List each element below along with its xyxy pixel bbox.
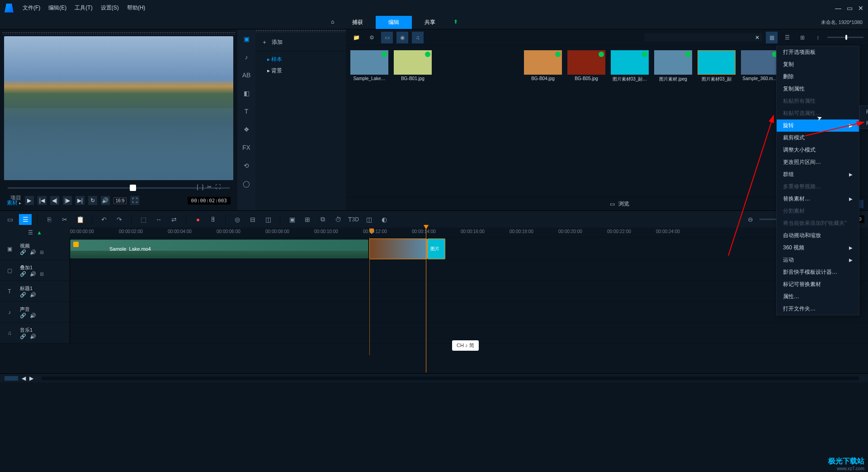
track-body[interactable] xyxy=(70,260,868,281)
filter-photo-icon[interactable]: ◉ xyxy=(396,32,408,43)
thumbnail[interactable] xyxy=(698,50,736,75)
share-tab[interactable]: 共享 xyxy=(412,16,448,29)
menu-tools[interactable]: 工具(T) xyxy=(75,4,92,12)
undo-icon[interactable]: ↶ xyxy=(98,214,110,225)
mark-in-icon[interactable]: [ xyxy=(197,184,198,190)
zoom-out-icon[interactable]: ⊖ xyxy=(744,214,757,225)
tool-b-icon[interactable]: ↔ xyxy=(152,214,165,225)
playhead[interactable] xyxy=(426,228,426,372)
browse-icon[interactable]: ▭ xyxy=(610,201,615,207)
cut-icon[interactable]: ✂ xyxy=(207,184,212,190)
mute-icon[interactable]: 🔊 xyxy=(30,292,36,298)
audio-icon[interactable]: ♪ xyxy=(241,51,252,63)
expand-icon[interactable]: ⛶ xyxy=(215,184,221,190)
step-back-button[interactable]: ◀| xyxy=(50,196,59,205)
thumbnail[interactable] xyxy=(394,50,432,75)
track-body[interactable] xyxy=(70,302,868,322)
text-icon[interactable]: T xyxy=(241,105,252,117)
scroll-left-icon[interactable]: ◀ xyxy=(22,375,26,381)
menu-item[interactable]: 打开选项面板 xyxy=(777,46,859,58)
scrub-bar[interactable]: [ ] ✂ ⛶ xyxy=(8,184,230,193)
menu-edit[interactable]: 编辑(E) xyxy=(48,4,66,12)
pip-icon[interactable]: ▣ xyxy=(286,214,298,225)
3d-title-icon[interactable]: T3D xyxy=(347,214,360,225)
mask-icon[interactable]: ◐ xyxy=(378,214,391,225)
marker-icon[interactable]: ◫ xyxy=(262,214,274,225)
multitrim-icon[interactable]: ⊞ xyxy=(301,214,314,225)
play-button[interactable]: ▶ xyxy=(25,196,34,205)
marker-add-icon[interactable]: ▲ xyxy=(37,229,42,236)
track-body[interactable]: Sample_Lake.mp4 图片 xyxy=(70,238,868,260)
titles-icon[interactable]: ◧ xyxy=(241,87,252,99)
mute-icon[interactable]: 🔊 xyxy=(30,334,36,339)
preview-viewport[interactable] xyxy=(4,36,233,180)
menu-settings[interactable]: 设置(S) xyxy=(101,4,119,12)
menu-item[interactable]: 更改照片区间… xyxy=(777,156,859,168)
menu-help[interactable]: 帮助(H) xyxy=(127,4,146,12)
thumbnail[interactable] xyxy=(741,50,779,75)
menu-item[interactable]: 运动▶ xyxy=(777,254,859,266)
scrub-handle[interactable] xyxy=(130,185,136,191)
menu-item[interactable]: 裁剪模式 xyxy=(777,132,859,144)
track-body[interactable] xyxy=(70,281,868,301)
thumbnail[interactable] xyxy=(611,50,649,75)
close-button[interactable]: ✕ xyxy=(858,5,863,12)
thumb-zoom-slider[interactable] xyxy=(827,37,863,38)
menu-item[interactable]: 打开文件夹… xyxy=(777,303,859,315)
tree-item-sample[interactable]: ▸ 样本 xyxy=(260,54,341,65)
split-screen-icon[interactable]: ◫ xyxy=(363,214,375,225)
timeline-view-icon[interactable]: ☰ xyxy=(19,214,32,225)
record-icon[interactable]: ● xyxy=(192,214,204,225)
tool-a-icon[interactable]: ⬚ xyxy=(137,214,150,225)
mixer-icon[interactable]: 🎚 xyxy=(207,214,220,225)
browse-label[interactable]: 浏览 xyxy=(618,200,629,208)
loop-button[interactable]: ↻ xyxy=(88,196,97,205)
mute-icon[interactable]: 🔊 xyxy=(30,249,36,255)
tree-item-background[interactable]: ▸ 背景 xyxy=(260,65,341,76)
link-icon[interactable]: 🔗 xyxy=(20,292,26,298)
speed-icon[interactable]: ⏱ xyxy=(332,214,344,225)
filter-video-icon[interactable]: ▭ xyxy=(381,32,393,43)
restore-button[interactable]: ▭ xyxy=(847,5,853,12)
subtitle-icon[interactable]: ⊟ xyxy=(246,214,259,225)
storyboard-view-icon[interactable]: ▭ xyxy=(4,214,16,225)
menu-item[interactable]: 自动摇动和缩放 xyxy=(777,229,859,242)
menu-file[interactable]: 文件(F) xyxy=(23,4,40,12)
menu-item[interactable]: 标记可替换素材 xyxy=(777,278,859,291)
thumbnail[interactable] xyxy=(654,50,692,75)
menu-item[interactable]: 属性… xyxy=(777,291,859,303)
panel-toggle[interactable] xyxy=(5,376,18,381)
import-folder-icon[interactable]: 📁 xyxy=(350,32,362,43)
preview-timecode[interactable]: 00:00:02:003 xyxy=(188,197,231,205)
extra-icon[interactable]: ⊞ xyxy=(40,271,44,277)
fx-icon[interactable]: FX xyxy=(241,142,252,153)
link-icon[interactable]: 🔗 xyxy=(20,271,26,277)
thumbnail[interactable] xyxy=(350,50,388,75)
gear-icon[interactable]: ⚙ xyxy=(366,32,377,43)
transitions-icon[interactable]: AB xyxy=(241,69,252,81)
motion-icon[interactable]: ⟲ xyxy=(241,160,252,172)
filter-audio-icon[interactable]: ♫ xyxy=(412,32,424,43)
graphics-icon[interactable]: ❖ xyxy=(241,124,252,135)
mute-icon[interactable]: 🔊 xyxy=(30,271,36,277)
clip-image-2[interactable]: 图片 xyxy=(427,238,445,259)
menu-item[interactable]: 复制属性 xyxy=(777,83,859,95)
scroll-right-icon[interactable]: ▶ xyxy=(29,375,33,381)
capture-tab[interactable]: 捕获 xyxy=(340,16,376,29)
menu-item[interactable]: 影音快手模板设计器… xyxy=(777,266,859,278)
search-input[interactable] xyxy=(647,34,752,41)
clip-image-1[interactable] xyxy=(369,238,427,259)
link-icon[interactable]: 🔗 xyxy=(20,249,26,255)
goto-end-button[interactable]: ▶| xyxy=(75,196,85,205)
menu-item[interactable]: 调整大小模式 xyxy=(777,144,859,156)
mark-out-icon[interactable]: ] xyxy=(202,184,203,190)
cut-tool-icon[interactable]: ✂ xyxy=(58,214,71,225)
edit-tab[interactable]: 编辑 xyxy=(376,16,412,29)
ruler-menu-icon[interactable]: ☰ xyxy=(28,229,33,236)
library-add[interactable]: ＋添加 xyxy=(255,34,346,51)
fullscreen-button[interactable]: ⛶ xyxy=(130,196,139,205)
timeline-ruler[interactable]: 00:00:00:0000:00:02:0000:00:04:0000:00:0… xyxy=(70,228,868,238)
multicam-icon[interactable]: ⧉ xyxy=(316,214,329,225)
menu-item[interactable]: 群组▶ xyxy=(777,168,859,181)
menu-item[interactable]: 复制 xyxy=(777,58,859,71)
